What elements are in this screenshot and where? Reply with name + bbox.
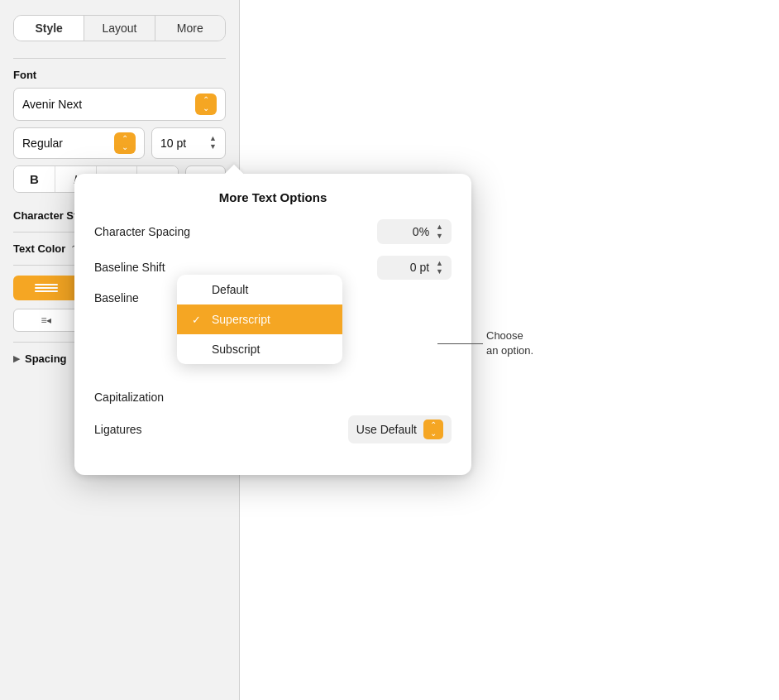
font-weight-selector[interactable]: Regular <box>13 127 145 159</box>
baseline-shift-stepper-btns[interactable]: ▲ ▼ <box>436 259 443 277</box>
ligatures-stepper[interactable] <box>423 420 443 439</box>
more-text-options-popup: More Text Options Character Spacing 0% ▲… <box>74 174 471 475</box>
baseline-option-subscript-label: Subscript <box>212 343 260 356</box>
superscript-check-icon: ✓ <box>192 314 205 326</box>
text-color-label: Text Color <box>13 242 65 255</box>
baseline-shift-label: Baseline Shift <box>94 261 165 274</box>
font-name-selector[interactable]: Avenir Next <box>13 88 226 121</box>
char-spacing-up[interactable]: ▲ <box>436 223 443 232</box>
character-spacing-label: Character Spacing <box>94 225 190 238</box>
baseline-option-default-label: Default <box>212 283 248 296</box>
callout-text: Choosean option. <box>486 328 533 358</box>
baseline-option-superscript[interactable]: ✓ Superscript <box>177 304 342 334</box>
swatch-line-2 <box>35 287 58 289</box>
tab-bar: Style Layout More <box>13 15 226 41</box>
character-spacing-stepper[interactable]: 0% ▲ ▼ <box>377 219 452 244</box>
align-center-box[interactable]: ≡◂ <box>13 309 79 332</box>
ligatures-row: Ligatures Use Default <box>94 415 452 443</box>
baseline-option-subscript[interactable]: Subscript <box>177 334 342 364</box>
baseline-shift-value: 0 pt <box>410 261 429 274</box>
character-spacing-stepper-btns[interactable]: ▲ ▼ <box>436 223 443 241</box>
popup-title: More Text Options <box>94 190 452 204</box>
font-name-value: Avenir Next <box>22 98 82 111</box>
font-section-label: Font <box>13 69 226 81</box>
baseline-option-default[interactable]: Default <box>177 275 342 304</box>
color-swatch-lines <box>35 284 58 292</box>
font-weight-value: Regular <box>22 137 63 150</box>
baseline-container: Baseline Default ✓ Superscript <box>94 291 452 304</box>
ligatures-select[interactable]: Use Default <box>348 415 452 443</box>
character-spacing-value: 0% <box>413 225 429 238</box>
font-size-down[interactable]: ▼ <box>209 143 217 151</box>
callout: Choosean option. <box>437 328 533 358</box>
baseline-option-superscript-label: Superscript <box>212 313 270 326</box>
divider-top <box>13 58 226 59</box>
font-name-stepper[interactable] <box>195 93 217 115</box>
ligatures-value: Use Default <box>356 423 417 436</box>
tab-style[interactable]: Style <box>14 16 84 41</box>
baseline-dropdown[interactable]: Default ✓ Superscript Subscript <box>177 275 342 364</box>
char-spacing-down[interactable]: ▼ <box>436 232 443 241</box>
baseline-shift-stepper[interactable]: 0 pt ▲ ▼ <box>377 256 452 280</box>
font-size-stepper[interactable]: ▲ ▼ <box>209 135 217 151</box>
baseline-shift-up[interactable]: ▲ <box>436 259 443 268</box>
capitalization-row: Capitalization <box>94 391 452 404</box>
spacing-expand-icon[interactable]: ▶ <box>13 353 20 364</box>
callout-line <box>437 343 483 344</box>
tab-layout[interactable]: Layout <box>84 16 155 41</box>
font-weight-stepper[interactable] <box>114 132 136 154</box>
font-size-selector[interactable]: 10 pt ▲ ▼ <box>151 127 226 159</box>
bold-button[interactable]: B <box>14 166 55 192</box>
align-center-icon: ≡◂ <box>41 314 51 326</box>
baseline-shift-down[interactable]: ▼ <box>436 267 443 276</box>
swatch-line-1 <box>35 284 58 285</box>
baseline-label: Baseline <box>94 291 139 304</box>
color-swatch[interactable] <box>13 276 79 300</box>
font-row: Regular 10 pt ▲ ▼ <box>13 127 226 159</box>
font-size-value: 10 pt <box>160 137 204 150</box>
capitalization-label: Capitalization <box>94 391 164 404</box>
tab-more[interactable]: More <box>155 16 225 41</box>
spacing-label: Spacing <box>25 352 67 365</box>
swatch-line-3 <box>35 290 58 292</box>
popup-overlay: More Text Options Character Spacing 0% ▲… <box>74 174 471 475</box>
ligatures-label: Ligatures <box>94 423 142 436</box>
character-spacing-row: Character Spacing 0% ▲ ▼ <box>94 219 452 244</box>
